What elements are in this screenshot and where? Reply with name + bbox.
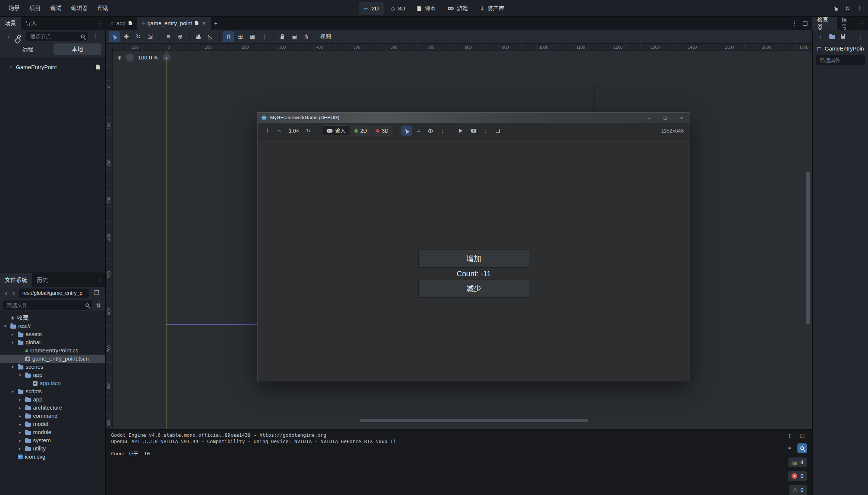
- fs-scripts-utility-toggle-icon[interactable]: ▸: [17, 447, 23, 451]
- fs-scripts-system-toggle-icon[interactable]: ▸: [17, 439, 23, 443]
- game-select-menu-icon[interactable]: ⋮: [437, 126, 447, 136]
- fs-scenes-toggle-icon[interactable]: ▾: [10, 365, 16, 369]
- fs-scripts-module-toggle-icon[interactable]: ▸: [17, 430, 23, 434]
- nav-forward-icon[interactable]: ›: [11, 290, 17, 296]
- scene-tab-game-entry-point-close-icon[interactable]: ×: [203, 20, 206, 26]
- fs-scripts-module[interactable]: ▸module: [0, 428, 105, 436]
- new-resource-icon[interactable]: +: [816, 32, 826, 41]
- next-frame-icon[interactable]: »: [274, 126, 285, 136]
- fs-game-entry-point-tscn[interactable]: game_entry_point.tscn: [0, 355, 105, 363]
- tab-filesystem[interactable]: 文件系统: [0, 273, 32, 287]
- ruler-tool-icon[interactable]: ◺: [205, 31, 216, 42]
- pivot-tool-icon[interactable]: ⊕: [175, 31, 186, 42]
- nav-back-icon[interactable]: ‹: [3, 290, 9, 296]
- fs-scripts-model-toggle-icon[interactable]: ▸: [17, 422, 23, 426]
- game-visibility-icon[interactable]: [425, 126, 435, 136]
- canvas-vertical-scrollbar[interactable]: [806, 172, 810, 325]
- load-resource-icon[interactable]: [827, 32, 837, 41]
- menu-project[interactable]: 项目: [25, 0, 45, 16]
- local-button[interactable]: 本地: [54, 43, 102, 55]
- fs-scenes-app[interactable]: ▾app: [0, 371, 105, 379]
- pan-tool-icon[interactable]: [193, 31, 204, 42]
- search-output-icon[interactable]: [797, 443, 807, 453]
- property-filter-input[interactable]: [819, 57, 862, 63]
- menu-editor[interactable]: 编辑器: [66, 0, 93, 16]
- grid-snap-icon[interactable]: ⊞: [235, 31, 246, 42]
- decrease-button[interactable]: 减少: [418, 280, 529, 298]
- view-menu-button[interactable]: 视图: [316, 33, 335, 40]
- move-tool-icon[interactable]: ✥: [121, 31, 132, 42]
- tab-scene[interactable]: 场景: [0, 17, 21, 30]
- scene-tab-app[interactable]: ○app: [106, 17, 137, 30]
- fs-scenes-app-toggle-icon[interactable]: ▾: [17, 373, 23, 377]
- speed-label[interactable]: 1.0×: [286, 127, 302, 134]
- new-tab-button[interactable]: +: [211, 19, 221, 28]
- expand-output-icon[interactable]: ↧: [785, 431, 794, 441]
- scene-tab-app-script-icon[interactable]: [129, 21, 132, 25]
- input-mode-button[interactable]: 输入: [323, 126, 349, 136]
- camera-override-icon[interactable]: [469, 126, 479, 136]
- fs-scripts-model[interactable]: ▸model: [0, 420, 105, 428]
- fs-root-toggle-icon[interactable]: ▾: [2, 324, 8, 328]
- tab-inspector[interactable]: 检查器: [812, 17, 837, 30]
- snap-options-icon[interactable]: ⋮: [259, 31, 270, 42]
- split-dock-icon[interactable]: ❐: [91, 290, 102, 296]
- copy-output-icon[interactable]: ❐: [797, 431, 807, 441]
- filesystem-menu-icon[interactable]: ⋮: [93, 277, 105, 283]
- scene-filter-input[interactable]: [29, 33, 79, 40]
- fs-global[interactable]: ▾global: [0, 338, 105, 346]
- fs-scripts-system[interactable]: ▸system: [0, 436, 105, 444]
- inspector-dock-menu-icon[interactable]: ⋮: [856, 20, 868, 26]
- maximize-button[interactable]: □: [657, 113, 673, 123]
- fs-scripts-app-toggle-icon[interactable]: ▸: [17, 398, 23, 402]
- save-resource-icon[interactable]: [838, 32, 848, 41]
- restart-icon[interactable]: ↻: [303, 126, 314, 136]
- workspace-script[interactable]: 脚本: [412, 2, 441, 15]
- fs-icon-svg[interactable]: icon.svg: [0, 453, 105, 461]
- pixel-snap-icon[interactable]: ▦: [247, 31, 258, 42]
- inspector-extra-menu-icon[interactable]: ⋮: [855, 32, 865, 41]
- remote-button[interactable]: 远程: [4, 43, 52, 55]
- group-selection-icon[interactable]: ▣: [289, 31, 300, 42]
- pause-game-icon[interactable]: ‖: [855, 3, 864, 13]
- increase-button[interactable]: 增加: [418, 250, 529, 268]
- workspace-2d[interactable]: ▭2D: [359, 2, 384, 15]
- audio-mute-icon[interactable]: [457, 126, 467, 136]
- rotate-tool-icon[interactable]: ↻: [133, 31, 144, 42]
- scene-tab-game-entry-point-script-icon[interactable]: [195, 21, 198, 25]
- fs-scripts-toggle-icon[interactable]: ▾: [10, 390, 16, 394]
- vertical-ruler[interactable]: 0100200300400500600700800900: [106, 51, 113, 429]
- fs-gameentrypoint-cs[interactable]: #GameEntryPoint.cs: [0, 346, 105, 355]
- sort-files-icon[interactable]: ⇅: [94, 303, 102, 308]
- horizontal-ruler[interactable]: -100010020030040050060070080090010001100…: [113, 44, 812, 51]
- lock-selection-icon[interactable]: [277, 31, 288, 42]
- mode-2d-button[interactable]: 2D: [351, 126, 371, 136]
- messages-badge[interactable]: ▤4: [788, 457, 807, 467]
- fs-scripts-utility[interactable]: ▸utility: [0, 444, 105, 453]
- fs-root[interactable]: ▾res://: [0, 322, 105, 330]
- fs-scripts-architecture[interactable]: ▸architecture: [0, 404, 105, 412]
- zoom-out-button[interactable]: −: [126, 53, 134, 62]
- game-select-tool-icon[interactable]: [401, 126, 412, 136]
- game-node-list-icon[interactable]: ≡: [413, 126, 424, 136]
- attached-script-icon[interactable]: [96, 65, 100, 69]
- zoom-percentage[interactable]: 100.0 %: [138, 54, 159, 61]
- camera-menu-icon[interactable]: ⋮: [480, 126, 491, 136]
- workspace-3d[interactable]: ◇3D: [386, 2, 410, 15]
- fs-scripts-architecture-toggle-icon[interactable]: ▸: [17, 406, 23, 410]
- mode-3d-button[interactable]: 3D: [372, 126, 392, 136]
- errors-badge[interactable]: 0: [788, 471, 807, 481]
- workspace-game[interactable]: 游戏: [443, 2, 473, 15]
- fs-global-toggle-icon[interactable]: ▾: [10, 341, 16, 345]
- selectable-list-icon[interactable]: ≡: [163, 31, 174, 42]
- embed-fullscreen-icon[interactable]: ❏: [492, 126, 503, 136]
- distraction-free-icon[interactable]: ❏: [800, 19, 810, 28]
- tab-signals[interactable]: 信号: [837, 17, 856, 30]
- menu-debug[interactable]: 调试: [45, 0, 66, 16]
- fs-app-tscn[interactable]: app.tscn: [0, 379, 105, 387]
- debug-continue-icon[interactable]: [831, 3, 841, 13]
- tab-import[interactable]: 导入: [21, 17, 42, 30]
- center-view-icon[interactable]: ✳: [117, 55, 122, 61]
- skeleton-options-icon[interactable]: ⋔: [301, 31, 312, 42]
- scene-tree-menu-icon[interactable]: ⋮: [90, 33, 102, 39]
